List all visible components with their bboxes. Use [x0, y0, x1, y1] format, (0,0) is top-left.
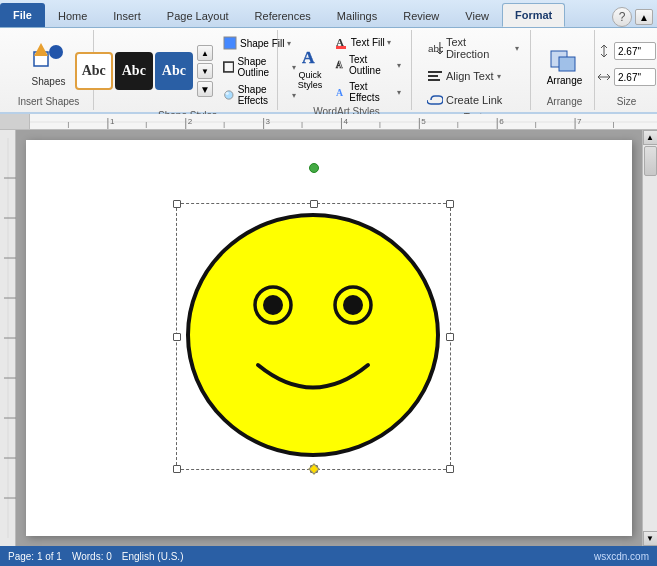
- styles-arrows: ▲ ▼ ▼: [197, 45, 213, 97]
- quick-styles-button[interactable]: A Quick Styles: [290, 44, 330, 94]
- width-input[interactable]: [614, 68, 656, 86]
- language: English (U.S.): [122, 551, 184, 562]
- status-bar: Page: 1 of 1 Words: 0 English (U.S.) wsx…: [0, 546, 657, 566]
- svg-rect-4: [224, 62, 234, 72]
- svg-text:1: 1: [110, 117, 115, 126]
- fill-icon: [223, 36, 237, 50]
- insert-shapes-label: Insert Shapes: [18, 96, 80, 108]
- text-direction-label: Text Direction: [446, 36, 512, 60]
- width-icon: [597, 70, 611, 84]
- svg-rect-14: [428, 75, 438, 77]
- text-fill-btn[interactable]: A Text Fill ▾: [333, 34, 403, 50]
- scrollbar-track[interactable]: [643, 145, 657, 531]
- help-button[interactable]: ?: [612, 7, 632, 27]
- tab-row: File Home Insert Page Layout References …: [0, 0, 657, 28]
- scrollbar-thumb[interactable]: [644, 146, 657, 176]
- svg-rect-9: [336, 46, 346, 49]
- arrange-label: Arrange: [547, 75, 583, 86]
- tab-home[interactable]: Home: [45, 5, 100, 27]
- smiley-selection[interactable]: [176, 185, 451, 470]
- smiley-face: [178, 205, 448, 465]
- word-count: Words: 0: [72, 551, 112, 562]
- styles-more-button[interactable]: ▼: [197, 81, 213, 97]
- effects-icon: [223, 88, 235, 102]
- create-link-label: Create Link: [446, 94, 502, 106]
- text-fill-icon: A: [335, 35, 349, 49]
- tab-view[interactable]: View: [452, 5, 502, 27]
- page-info: Page: 1 of 1: [8, 551, 62, 562]
- scrollbar-up-button[interactable]: ▲: [643, 130, 658, 145]
- svg-text:3: 3: [266, 117, 271, 126]
- align-text-arrow[interactable]: ▾: [497, 72, 501, 81]
- shapes-button[interactable]: Shapes: [28, 35, 70, 93]
- handle-bl[interactable]: [173, 465, 181, 473]
- svg-point-6: [225, 92, 228, 95]
- tab-page-layout[interactable]: Page Layout: [154, 5, 242, 27]
- quick-styles-icon: A: [296, 47, 324, 69]
- create-link-btn[interactable]: Create Link: [424, 90, 505, 110]
- text-effects-icon: A: [335, 85, 347, 99]
- arrange-button[interactable]: Arrange: [543, 35, 587, 93]
- svg-text:7: 7: [577, 117, 582, 126]
- svg-marker-2: [34, 43, 48, 56]
- height-input[interactable]: [614, 42, 656, 60]
- arrange-group-label: Arrange: [547, 96, 583, 108]
- align-text-btn[interactable]: Align Text ▾: [424, 66, 504, 86]
- doc-area: ▲ ▼: [0, 130, 657, 546]
- svg-text:abc: abc: [428, 43, 443, 54]
- arrange-group: Arrange Arrange: [535, 30, 595, 110]
- svg-text:A: A: [336, 87, 343, 98]
- svg-rect-17: [559, 57, 575, 71]
- left-ruler: [0, 130, 16, 546]
- svg-text:5: 5: [421, 117, 426, 126]
- align-text-icon: [427, 68, 443, 84]
- text-outline-arrow[interactable]: ▾: [397, 61, 401, 70]
- tab-references[interactable]: References: [242, 5, 324, 27]
- text-direction-arrow[interactable]: ▾: [515, 44, 519, 53]
- text-direction-icon: abc: [427, 40, 443, 56]
- styles-down-button[interactable]: ▼: [197, 63, 213, 79]
- svg-text:2: 2: [188, 117, 193, 126]
- shapes-label: Shapes: [32, 76, 66, 87]
- text-fill-arrow[interactable]: ▾: [387, 38, 391, 47]
- svg-rect-3: [224, 37, 236, 49]
- svg-rect-15: [428, 79, 440, 81]
- handle-br[interactable]: [446, 465, 454, 473]
- right-scrollbar: ▲ ▼: [642, 130, 657, 546]
- text-outline-btn[interactable]: A Text Outline ▾: [333, 53, 403, 77]
- text-effects-btn[interactable]: A Text Effects ▾: [333, 80, 403, 104]
- arrange-icon: [549, 43, 581, 75]
- wordart-styles-group: A Quick Styles A Text Fill ▾: [282, 30, 412, 110]
- shapes-icon: [33, 42, 65, 74]
- shape-styles-group: Abc Abc Abc ▲ ▼ ▼ Shape Fill ▾: [98, 30, 278, 110]
- align-text-label: Align Text: [446, 70, 494, 82]
- height-icon: [597, 44, 611, 58]
- shape-style-btn-1[interactable]: Abc: [75, 52, 113, 90]
- scrollbar-down-button[interactable]: ▼: [643, 531, 658, 546]
- brand: wsxcdn.com: [594, 551, 649, 562]
- svg-point-5: [225, 91, 233, 99]
- styles-up-button[interactable]: ▲: [197, 45, 213, 61]
- minimize-ribbon-button[interactable]: ▲: [635, 9, 653, 25]
- size-group: Size: [599, 30, 654, 110]
- tab-mailings[interactable]: Mailings: [324, 5, 390, 27]
- shape-style-btn-2[interactable]: Abc: [115, 52, 153, 90]
- shape-style-btn-3[interactable]: Abc: [155, 52, 193, 90]
- tab-review[interactable]: Review: [390, 5, 452, 27]
- tab-file[interactable]: File: [0, 3, 45, 27]
- text-direction-btn[interactable]: abc Text Direction ▾: [424, 34, 522, 62]
- svg-text:4: 4: [344, 117, 349, 126]
- svg-point-51: [188, 215, 438, 455]
- svg-text:6: 6: [499, 117, 504, 126]
- text-group: abc Text Direction ▾ Align Text ▾: [416, 30, 531, 110]
- size-group-label: Size: [617, 96, 636, 108]
- svg-point-55: [343, 295, 363, 315]
- svg-text:A: A: [302, 47, 315, 67]
- ribbon: Shapes Insert Shapes Abc Abc Abc ▲ ▼ ▼ S…: [0, 28, 657, 114]
- rotate-handle[interactable]: [309, 163, 319, 173]
- text-effects-arrow[interactable]: ▾: [397, 88, 401, 97]
- tab-format[interactable]: Format: [502, 3, 565, 27]
- tab-insert[interactable]: Insert: [100, 5, 154, 27]
- svg-point-1: [49, 45, 63, 59]
- text-outline-icon: A: [335, 58, 347, 72]
